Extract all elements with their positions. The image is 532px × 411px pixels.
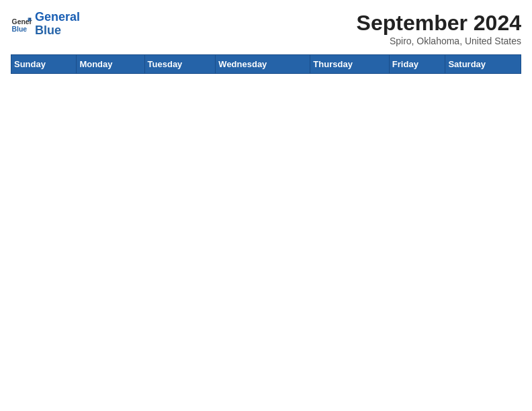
logo-icon: General Blue — [11, 13, 32, 35]
col-thursday: Thursday — [310, 55, 390, 74]
title-block: September 2024 Spiro, Oklahoma, United S… — [357, 11, 521, 46]
col-monday: Monday — [77, 55, 144, 74]
col-friday: Friday — [389, 55, 445, 74]
col-tuesday: Tuesday — [144, 55, 216, 74]
logo-text: GeneralBlue — [35, 11, 80, 38]
calendar-header-row: Sunday Monday Tuesday Wednesday Thursday… — [11, 55, 521, 74]
col-saturday: Saturday — [445, 55, 521, 74]
page-header: General Blue GeneralBlue September 2024 … — [11, 11, 521, 46]
calendar-table: Sunday Monday Tuesday Wednesday Thursday… — [11, 54, 521, 74]
col-sunday: Sunday — [11, 55, 77, 74]
month-title: September 2024 — [357, 11, 521, 36]
col-wednesday: Wednesday — [216, 55, 310, 74]
svg-text:Blue: Blue — [12, 26, 28, 33]
location-subtitle: Spiro, Oklahoma, United States — [357, 36, 521, 46]
logo: General Blue GeneralBlue — [11, 11, 80, 38]
